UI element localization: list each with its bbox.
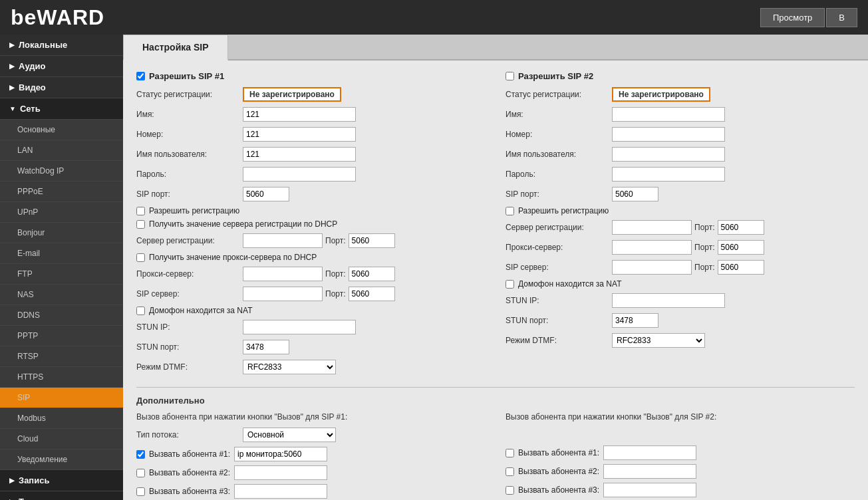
sip1-number-input[interactable] — [243, 127, 356, 142]
sip2-allow-reg-checkbox[interactable] — [506, 207, 514, 215]
sidebar-item-upnp[interactable]: UPnP — [0, 202, 123, 223]
sidebar-item-modbus[interactable]: Modbus — [0, 408, 123, 429]
tab-sip-settings[interactable]: Настройка SIP — [123, 35, 228, 61]
sip1-proxy-port-input[interactable] — [349, 267, 395, 281]
sip2-password-input[interactable] — [612, 167, 725, 182]
sip2-sub1-input[interactable] — [603, 445, 696, 460]
sip2-reg-server-row: Сервер регистрации: Порт: — [506, 219, 855, 235]
sip2-dtmf-select[interactable]: RFC2833 INBAND SIP INFO — [612, 333, 705, 348]
sip1-sub1-row: Вызвать абонента #1: — [136, 447, 486, 461]
sip2-number-input[interactable] — [612, 127, 725, 142]
sidebar-item-label: Видео — [19, 82, 46, 92]
sidebar-item-record[interactable]: ▶ Запись — [0, 470, 123, 491]
sip1-sub1-checkbox[interactable] — [136, 450, 145, 459]
sidebar-item-label: UPnP — [17, 207, 38, 217]
layout: ▶ Локальные ▶ Аудио ▶ Видео ▼ Сеть Основ… — [0, 35, 868, 500]
sip1-sub2-input[interactable] — [234, 465, 327, 480]
sidebar-item-label: Уведомление — [17, 455, 67, 464]
sip1-reg-server-input[interactable] — [243, 233, 323, 248]
sidebar-item-audio[interactable]: ▶ Аудио — [0, 56, 123, 77]
sip1-stun-ip-input[interactable] — [243, 320, 356, 334]
sip1-sip-server-port-input[interactable] — [349, 287, 395, 301]
sip2-sip-server-input[interactable] — [612, 260, 692, 275]
sip2-number-row: Номер: — [506, 126, 855, 142]
sip2-reg-server-input[interactable] — [612, 220, 692, 235]
sip2-allow-reg-row: Разрешить регистрацию — [506, 206, 855, 215]
sip2-enable-checkbox[interactable] — [506, 72, 514, 80]
arrow-icon: ▶ — [9, 477, 15, 484]
sip2-port-label: SIP порт: — [506, 189, 612, 199]
sidebar-item-video[interactable]: ▶ Видео — [0, 77, 123, 98]
sidebar-item-local[interactable]: ▶ Локальные — [0, 35, 123, 56]
sip2-reg-server-port-input[interactable] — [718, 220, 764, 235]
sip2-nat-label: Домофон находится за NAT — [518, 279, 621, 289]
sip1-sip-server-port-label: Порт: — [325, 289, 346, 299]
sip2-name-input[interactable] — [612, 107, 725, 122]
sidebar-item-alarm[interactable]: ▶ Тревога — [0, 491, 123, 500]
sip1-sub3-input[interactable] — [234, 484, 327, 499]
sidebar-item-cloud[interactable]: Cloud — [0, 429, 123, 449]
sip1-sub2-checkbox[interactable] — [136, 469, 145, 477]
sip2-sub3-input[interactable] — [603, 483, 696, 497]
sidebar-item-email[interactable]: E-mail — [0, 243, 123, 264]
sip2-sub2-input[interactable] — [603, 464, 696, 479]
sip2-sub3-checkbox[interactable] — [506, 486, 514, 495]
sip1-port-label: SIP порт: — [136, 189, 243, 199]
sip2-stun-ip-input[interactable] — [612, 293, 725, 308]
sip2-sub1-checkbox[interactable] — [506, 449, 514, 457]
sip2-number-label: Номер: — [506, 130, 612, 139]
sidebar-item-ddns[interactable]: DDNS — [0, 305, 123, 326]
sip1-sub3-checkbox[interactable] — [136, 487, 145, 496]
sidebar-item-basic[interactable]: Основные — [0, 120, 123, 140]
sip2-sip-server-group: Порт: — [612, 260, 764, 275]
sip2-sub2-checkbox[interactable] — [506, 467, 514, 476]
sidebar-item-https[interactable]: HTTPS — [0, 367, 123, 388]
sip1-nat-checkbox[interactable] — [136, 307, 145, 315]
sip1-port-input[interactable] — [243, 187, 289, 201]
sidebar-item-bonjour[interactable]: Bonjour — [0, 223, 123, 243]
sip1-dtmf-select[interactable]: RFC2833 INBAND SIP INFO — [243, 360, 336, 374]
sip2-username-input[interactable] — [612, 147, 725, 162]
sip2-proxy-port-input[interactable] — [718, 240, 764, 255]
sip1-stun-port-input[interactable] — [243, 340, 289, 354]
sip1-allow-reg-checkbox[interactable] — [136, 207, 145, 215]
sip2-nat-checkbox[interactable] — [506, 280, 514, 289]
sip2-stun-port-input[interactable] — [612, 313, 658, 328]
sip2-reg-status-label: Статус регистрации: — [506, 90, 612, 99]
sidebar-item-notification[interactable]: Уведомление — [0, 449, 123, 470]
sidebar-item-lan[interactable]: LAN — [0, 140, 123, 161]
sip2-port-input[interactable] — [612, 187, 658, 201]
sip1-sub1-input[interactable] — [234, 447, 327, 461]
preview-button[interactable]: Просмотр — [760, 8, 825, 27]
sip1-reg-status-value: Не зарегистрировано — [243, 87, 341, 102]
sip1-proxy-input[interactable] — [243, 267, 323, 281]
sidebar-item-ftp[interactable]: FTP — [0, 264, 123, 285]
sidebar-item-label: E-mail — [17, 249, 40, 258]
sip1-password-input[interactable] — [243, 167, 356, 182]
sip1-username-input[interactable] — [243, 147, 356, 162]
call-sip2-section: Вызов абонента при нажатии кнопки "Вызов… — [506, 412, 855, 500]
sidebar-item-net[interactable]: ▼ Сеть — [0, 98, 123, 120]
sip1-dhcp-proxy-checkbox[interactable] — [136, 253, 145, 262]
sip1-sip-server-input[interactable] — [243, 287, 323, 301]
sidebar-item-pptp[interactable]: PPTP — [0, 326, 123, 346]
sip1-enable-checkbox[interactable] — [136, 72, 145, 80]
sip1-name-input[interactable] — [243, 107, 356, 122]
logo: beWARD — [11, 5, 104, 30]
sip2-sip-server-port-input[interactable] — [718, 260, 764, 275]
sip1-proxy-label: Прокси-сервер: — [136, 269, 243, 279]
stream-type-select[interactable]: Основной Дополнительный — [243, 428, 336, 442]
sip2-proxy-input[interactable] — [612, 240, 692, 255]
sidebar-item-nas[interactable]: NAS — [0, 285, 123, 305]
sidebar-item-pppoe[interactable]: PPPoE — [0, 182, 123, 202]
sidebar-item-watchdog[interactable]: WatchDog IP — [0, 161, 123, 182]
sip1-sip-server-row: SIP сервер: Порт: — [136, 286, 486, 302]
sip1-reg-server-port-input[interactable] — [349, 233, 395, 248]
sidebar-item-sip[interactable]: SIP — [0, 388, 123, 408]
sip2-stun-port-row: STUN порт: — [506, 312, 855, 328]
sidebar-item-rtsp[interactable]: RTSP — [0, 346, 123, 367]
sip2-port-row: SIP порт: — [506, 186, 855, 202]
extra-button[interactable]: В — [826, 8, 857, 27]
sip1-dhcp-reg-checkbox[interactable] — [136, 220, 145, 229]
sip2-allow-reg-label: Разрешить регистрацию — [518, 206, 609, 215]
